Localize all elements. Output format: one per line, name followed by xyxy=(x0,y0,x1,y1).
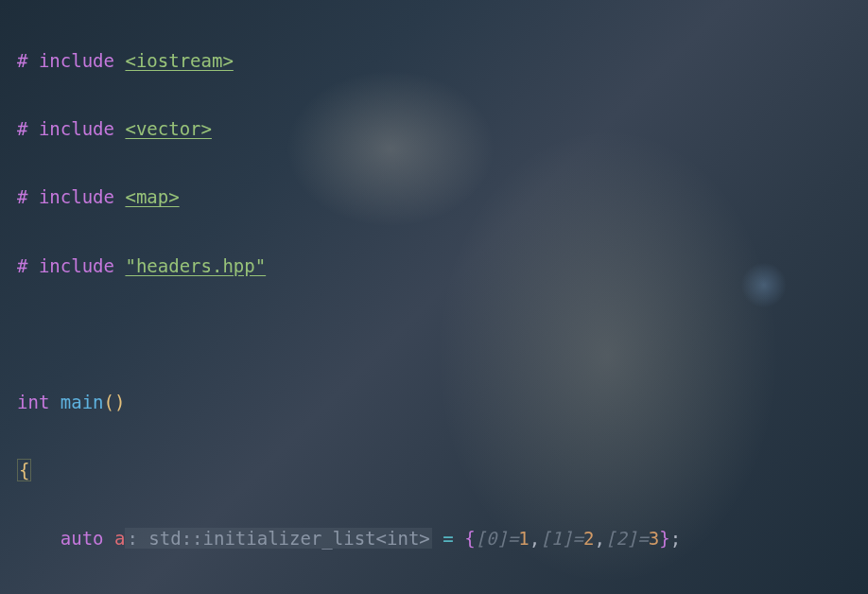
inlay-colon: : xyxy=(127,528,137,549)
inlay-eq: = xyxy=(573,528,583,549)
vector-declaration: std::vector<std::vector<int> > b = { xyxy=(17,590,868,594)
inlay-eq: = xyxy=(637,528,648,549)
open-brace: { xyxy=(17,459,31,481)
include-keyword: include xyxy=(39,118,114,139)
variable-name: a xyxy=(114,528,125,549)
include-keyword: include xyxy=(39,255,114,276)
include-line: # include "headers.hpp" xyxy=(17,249,868,283)
inlay-index: [2] xyxy=(605,528,637,549)
paren-close: ) xyxy=(114,392,125,412)
brace-line: { xyxy=(17,453,868,487)
number-literal: 1 xyxy=(518,528,529,549)
auto-keyword: auto xyxy=(61,528,104,549)
assign-op: = xyxy=(443,528,453,549)
include-line: # include <map> xyxy=(17,180,868,214)
preprocessor-hash: # xyxy=(17,186,27,207)
function-signature: int main() xyxy=(17,385,868,419)
preprocessor-hash: # xyxy=(17,255,27,276)
return-type: int xyxy=(17,392,49,412)
header-name[interactable]: <map> xyxy=(125,186,179,207)
preprocessor-hash: # xyxy=(17,118,27,139)
include-line: # include <iostream> xyxy=(17,44,868,78)
inlay-index: [1] xyxy=(540,528,572,549)
code-editor-content[interactable]: # include <iostream> # include <vector> … xyxy=(17,9,868,594)
function-name: main xyxy=(61,392,104,412)
inlay-index: [0] xyxy=(476,528,508,549)
include-line: # include <vector> xyxy=(17,112,868,146)
brace-open: { xyxy=(464,528,475,549)
paren-open: ( xyxy=(104,392,114,412)
header-name[interactable]: <vector> xyxy=(125,118,212,139)
auto-declaration: auto a: std::initializer_list<int> = {[0… xyxy=(17,521,868,555)
number-literal: 3 xyxy=(649,528,659,549)
include-keyword: include xyxy=(39,50,114,71)
include-keyword: include xyxy=(39,186,114,207)
number-literal: 2 xyxy=(583,528,594,549)
blank-line xyxy=(17,317,868,351)
inlay-type: std::initializer_list<int> xyxy=(148,528,429,549)
preprocessor-hash: # xyxy=(17,50,27,71)
header-name[interactable]: "headers.hpp" xyxy=(125,255,266,276)
inlay-hint[interactable]: : std::initializer_list<int> xyxy=(125,528,431,549)
brace-close: } xyxy=(659,528,669,549)
inlay-eq: = xyxy=(508,528,518,549)
header-name[interactable]: <iostream> xyxy=(125,50,233,71)
